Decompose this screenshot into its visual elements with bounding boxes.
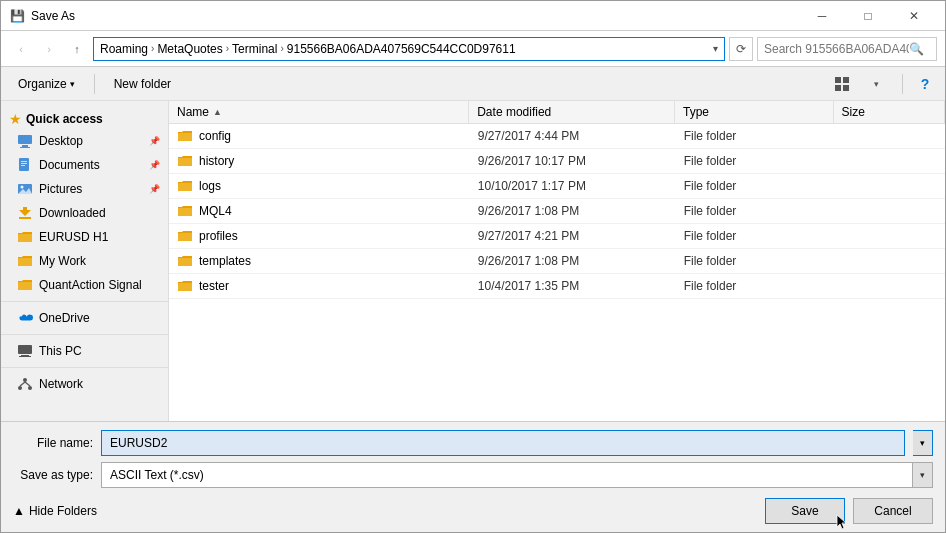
sidebar-item-quantaction-label: QuantAction Signal [39,278,142,292]
search-box[interactable]: 🔍 [757,37,937,61]
path-segment-4: 915566BA06ADA407569C544CC0D97611 [287,42,516,56]
close-button[interactable]: ✕ [891,1,937,31]
file-type-cell: File folder [676,225,834,247]
col-header-type[interactable]: Type [675,101,834,123]
maximize-button[interactable]: □ [845,1,891,31]
table-row[interactable]: tester 10/4/2017 1:35 PM File folder [169,274,945,299]
search-input[interactable] [764,42,909,56]
sidebar-item-network[interactable]: Network [1,372,168,396]
file-size-cell [834,282,945,290]
col-header-name[interactable]: Name ▲ [169,101,469,123]
sidebar-divider-2 [1,334,168,335]
organize-label: Organize [18,77,67,91]
desktop-icon [17,133,33,149]
pin-icon-pictures: 📌 [149,184,160,194]
saveastype-row: Save as type: ASCII Text (*.csv) ▾ [13,462,933,488]
saveastype-label: Save as type: [13,468,93,482]
sidebar-item-thispc[interactable]: This PC [1,339,168,363]
file-rows-container: config 9/27/2017 4:44 PM File folder his… [169,124,945,299]
col-header-size[interactable]: Size [834,101,945,123]
sidebar-item-downloaded[interactable]: Downloaded [1,201,168,225]
saveastype-value: ASCII Text (*.csv) [110,468,928,482]
sidebar-item-documents[interactable]: Documents 📌 [1,153,168,177]
svg-rect-10 [21,165,25,166]
svg-rect-1 [843,77,849,83]
svg-rect-26 [178,133,192,141]
svg-line-25 [25,382,30,386]
title-bar: 💾 Save As ─ □ ✕ [1,1,945,31]
sidebar-item-desktop-label: Desktop [39,134,83,148]
table-row[interactable]: history 9/26/2017 10:17 PM File folder [169,149,945,174]
svg-rect-3 [843,85,849,91]
file-size-cell [834,182,945,190]
save-label: Save [791,504,818,518]
svg-rect-7 [19,158,29,171]
svg-line-24 [20,382,25,386]
filename-input[interactable] [101,430,905,456]
help-button[interactable]: ? [913,72,937,96]
address-path[interactable]: Roaming › MetaQuotes › Terminal › 915566… [93,37,725,61]
sidebar-item-mywork[interactable]: My Work [1,249,168,273]
refresh-button[interactable]: ⟳ [729,37,753,61]
sidebar-item-pictures[interactable]: Pictures 📌 [1,177,168,201]
svg-rect-31 [178,258,192,266]
sidebar-item-pictures-label: Pictures [39,182,82,196]
window-controls: ─ □ ✕ [799,1,937,31]
saveastype-arrow: ▾ [912,463,932,487]
file-size-cell [834,207,945,215]
sidebar-item-thispc-label: This PC [39,344,82,358]
table-row[interactable]: config 9/27/2017 4:44 PM File folder [169,124,945,149]
col-header-date[interactable]: Date modified [469,101,675,123]
toolbar-separator-2 [902,74,903,94]
path-dropdown-arrow[interactable]: ▾ [713,43,718,54]
buttons-row: ▲ Hide Folders Save Cancel [13,494,933,524]
view-mode-button[interactable] [826,72,858,96]
pin-icon-desktop: 📌 [149,136,160,146]
file-name: logs [199,179,221,193]
hide-folders-button[interactable]: ▲ Hide Folders [13,504,97,518]
table-row[interactable]: MQL4 9/26/2017 1:08 PM File folder [169,199,945,224]
svg-rect-18 [18,345,32,354]
network-icon [17,376,33,392]
cancel-button[interactable]: Cancel [853,498,933,524]
back-button[interactable]: ‹ [9,37,33,61]
sidebar-item-desktop[interactable]: Desktop 📌 [1,129,168,153]
svg-point-12 [21,186,24,189]
svg-rect-30 [178,233,192,241]
minimize-button[interactable]: ─ [799,1,845,31]
view-controls: ▾ [826,72,892,96]
sidebar-item-eurusd[interactable]: EURUSD H1 [1,225,168,249]
up-button[interactable]: ↑ [65,37,89,61]
table-row[interactable]: profiles 9/27/2017 4:21 PM File folder [169,224,945,249]
cancel-label: Cancel [874,504,911,518]
svg-rect-8 [21,161,27,162]
downloaded-icon [17,205,33,221]
quick-access-star-icon: ★ [9,111,22,127]
table-row[interactable]: logs 10/10/2017 1:17 PM File folder [169,174,945,199]
sidebar-item-quantaction[interactable]: QuantAction Signal [1,273,168,297]
new-folder-label: New folder [114,77,171,91]
folder-icon [177,278,193,294]
main-content: ★ Quick access Desktop 📌 [1,101,945,421]
filename-input-dropdown[interactable]: ▾ [913,430,933,456]
svg-point-23 [28,386,32,390]
file-name-cell: tester [169,274,470,298]
save-button[interactable]: Save [765,498,845,524]
sidebar: ★ Quick access Desktop 📌 [1,101,169,421]
organize-button[interactable]: Organize ▾ [9,72,84,96]
new-folder-button[interactable]: New folder [105,72,180,96]
forward-button[interactable]: › [37,37,61,61]
search-icon[interactable]: 🔍 [909,42,924,56]
saveastype-select[interactable]: ASCII Text (*.csv) ▾ [101,462,933,488]
file-type-cell: File folder [676,200,834,222]
file-type-cell: File folder [676,250,834,272]
sidebar-item-documents-label: Documents [39,158,100,172]
toolbar-separator-1 [94,74,95,94]
filename-label: File name: [13,436,93,450]
quick-access-header[interactable]: ★ Quick access [1,105,168,129]
file-type-cell: File folder [676,275,834,297]
sidebar-item-onedrive[interactable]: OneDrive [1,306,168,330]
view-dropdown-button[interactable]: ▾ [860,72,892,96]
table-row[interactable]: templates 9/26/2017 1:08 PM File folder [169,249,945,274]
file-type-cell: File folder [676,175,834,197]
